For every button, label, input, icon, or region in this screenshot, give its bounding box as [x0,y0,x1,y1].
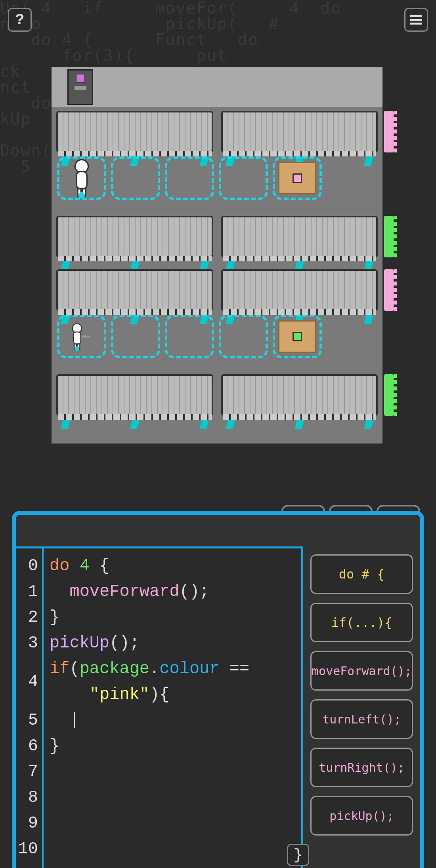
cmd-moveforward[interactable]: moveForward(); [310,651,413,691]
conveyor-segment [56,216,213,257]
conveyor-row [52,111,382,152]
conveyor-segment [56,374,213,416]
game-header [52,67,382,107]
door-indicator [76,74,85,83]
robot [59,317,104,356]
help-icon: ? [15,11,25,29]
line-number: 4 [16,656,38,708]
exit-door [67,69,93,105]
path-tile [273,156,322,200]
path-tile [57,156,106,200]
path-tile [273,315,322,358]
lane-end-pink [384,269,394,311]
door-slot [75,86,86,90]
conveyor-row [52,269,382,311]
lane-end-green [384,216,394,257]
lane-end-pink [384,111,394,152]
package-pink [278,162,316,194]
cmd-if[interactable]: if(...){ [310,603,413,642]
conveyor-segment [221,111,378,152]
conveyor-segment [221,216,378,257]
conveyor-segment [221,269,378,311]
line-number: 8 [16,785,38,811]
code-panel: 0 1 2 3 4 5 6 7 8 9 10 do 4 { moveForwar… [12,511,424,868]
package-color-indicator [293,332,302,341]
svg-rect-10 [82,336,90,338]
path-tile [57,315,106,358]
svg-rect-1 [76,171,87,188]
cmd-pickup[interactable]: pickUp(); [310,796,413,836]
cmd-do[interactable]: do # { [310,554,413,594]
command-palette: do # { if(...){ moveForward(); turnLeft(… [303,515,420,868]
path-tile [111,156,160,200]
path-tile [165,315,214,358]
path-row [52,311,382,362]
path-tile [219,315,268,358]
insert-close-brace-button[interactable]: } [287,844,309,866]
line-number: 1 [16,579,38,605]
line-number: 7 [16,759,38,785]
line-number: 0 [16,553,38,579]
svg-rect-6 [73,332,81,344]
conveyor-segment [56,269,213,311]
game-board [52,67,382,444]
line-number: 9 [16,811,38,836]
line-number: 5 [16,708,38,733]
path-tile [165,156,214,200]
robot [59,159,104,198]
line-number: 10 [16,836,38,862]
hamburger-icon [410,15,422,25]
path-row [52,152,382,204]
help-button[interactable]: ? [8,8,32,32]
conveyor-row [52,216,382,257]
conveyor-row [52,374,382,416]
line-number: 3 [16,630,38,656]
code-editor[interactable]: 0 1 2 3 4 5 6 7 8 9 10 do 4 { moveForwar… [16,546,303,868]
line-number: 6 [16,733,38,759]
package-color-indicator [293,173,302,183]
conveyor-segment [56,111,213,152]
conveyor-segment [221,374,378,416]
path-tile [219,156,268,200]
code-content[interactable]: do 4 { moveForward(); } pickUp(); if(pac… [44,548,301,868]
package-green [278,320,316,353]
cmd-turnleft[interactable]: turnLeft(); [310,699,413,739]
line-gutter: 0 1 2 3 4 5 6 7 8 9 10 [16,548,44,868]
lane-end-green [384,374,394,416]
svg-point-0 [75,160,88,173]
svg-point-9 [75,346,80,351]
line-number: 2 [16,605,38,630]
path-tile [111,315,160,358]
cmd-turnright[interactable]: turnRight(); [310,748,413,787]
menu-button[interactable] [404,8,428,32]
